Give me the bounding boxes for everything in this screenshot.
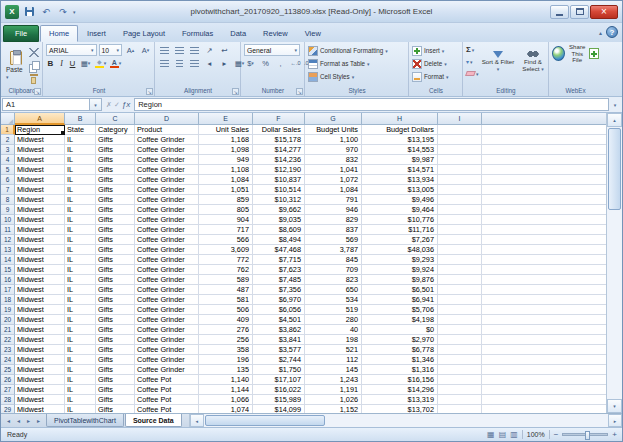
cell[interactable]: $14,099 bbox=[253, 405, 305, 413]
cell[interactable]: 534 bbox=[305, 295, 362, 305]
shrink-font-button[interactable]: A▾ bbox=[139, 44, 152, 56]
font-color-button[interactable]: A▾ bbox=[109, 57, 122, 69]
zoom-level[interactable]: 100% bbox=[527, 431, 545, 438]
cell[interactable]: Gifts bbox=[96, 145, 135, 155]
cell[interactable]: Midwest bbox=[15, 185, 65, 195]
cell[interactable]: Gifts bbox=[96, 345, 135, 355]
file-tab[interactable]: File bbox=[3, 25, 39, 42]
cell[interactable]: Coffee Grinder bbox=[135, 355, 199, 365]
cell[interactable]: 521 bbox=[305, 345, 362, 355]
expand-formula-bar-icon[interactable]: ▾ bbox=[609, 102, 621, 108]
cell-filler[interactable] bbox=[482, 145, 606, 155]
page-break-view-icon[interactable]: ▥ bbox=[510, 431, 518, 439]
cell[interactable] bbox=[438, 405, 482, 413]
cell[interactable] bbox=[438, 125, 482, 135]
row-header[interactable]: 11 bbox=[1, 225, 15, 235]
cell[interactable] bbox=[438, 355, 482, 365]
cell[interactable]: $1,346 bbox=[362, 355, 438, 365]
cell[interactable]: $11,716 bbox=[362, 225, 438, 235]
cell[interactable]: $9,924 bbox=[362, 265, 438, 275]
cell-filler[interactable] bbox=[482, 335, 606, 345]
cell[interactable]: Midwest bbox=[15, 265, 65, 275]
cell[interactable] bbox=[438, 325, 482, 335]
insert-cells-button[interactable]: Insert▾ bbox=[412, 44, 460, 57]
cell[interactable]: Midwest bbox=[15, 245, 65, 255]
cell[interactable] bbox=[438, 195, 482, 205]
cell[interactable]: $47,468 bbox=[253, 245, 305, 255]
cell[interactable] bbox=[438, 145, 482, 155]
cell[interactable]: $17,107 bbox=[253, 375, 305, 385]
cell[interactable]: IL bbox=[65, 165, 96, 175]
normal-view-icon[interactable]: ▦ bbox=[487, 431, 495, 439]
horizontal-scrollbar[interactable]: ◂ ▸ bbox=[189, 414, 622, 427]
cell[interactable]: IL bbox=[65, 145, 96, 155]
cell[interactable]: 859 bbox=[199, 195, 253, 205]
cell[interactable]: $7,485 bbox=[253, 275, 305, 285]
cell[interactable]: Gifts bbox=[96, 365, 135, 375]
cell[interactable]: Midwest bbox=[15, 135, 65, 145]
close-button[interactable]: × bbox=[590, 5, 618, 19]
cell[interactable]: $3,862 bbox=[253, 325, 305, 335]
cell[interactable]: $3,577 bbox=[253, 345, 305, 355]
cell[interactable]: Coffee Grinder bbox=[135, 165, 199, 175]
cell[interactable]: 1,051 bbox=[199, 185, 253, 195]
column-header[interactable]: G bbox=[305, 113, 362, 125]
cell-filler[interactable] bbox=[482, 395, 606, 405]
cell[interactable]: Midwest bbox=[15, 195, 65, 205]
cell[interactable]: Coffee Grinder bbox=[135, 325, 199, 335]
scroll-down-icon[interactable]: ▾ bbox=[607, 399, 622, 413]
cell-filler[interactable] bbox=[482, 275, 606, 285]
cell[interactable]: Gifts bbox=[96, 235, 135, 245]
cell[interactable]: 581 bbox=[199, 295, 253, 305]
tab-view[interactable]: View bbox=[297, 25, 329, 42]
cell[interactable]: $2,744 bbox=[253, 355, 305, 365]
row-header[interactable]: 3 bbox=[1, 145, 15, 155]
cell[interactable]: 519 bbox=[305, 305, 362, 315]
cell[interactable] bbox=[438, 305, 482, 315]
column-header[interactable]: E bbox=[199, 113, 253, 125]
cell[interactable]: Gifts bbox=[96, 315, 135, 325]
cell[interactable]: 589 bbox=[199, 275, 253, 285]
cell[interactable] bbox=[438, 225, 482, 235]
scroll-left-icon[interactable]: ◂ bbox=[190, 414, 204, 427]
cell[interactable]: IL bbox=[65, 205, 96, 215]
row-header[interactable]: 1 bbox=[1, 125, 15, 135]
cell-filler[interactable] bbox=[482, 135, 606, 145]
cell[interactable]: Gifts bbox=[96, 245, 135, 255]
save-button[interactable] bbox=[22, 5, 36, 19]
cell[interactable]: Coffee Grinder bbox=[135, 145, 199, 155]
insert-function-icon[interactable]: ƒx bbox=[122, 100, 130, 109]
minimize-button[interactable] bbox=[550, 5, 569, 19]
select-all-corner[interactable]: ◢ bbox=[1, 113, 15, 125]
cell[interactable] bbox=[438, 265, 482, 275]
tab-review[interactable]: Review bbox=[255, 25, 296, 42]
help-icon[interactable]: ? bbox=[606, 26, 618, 38]
first-sheet-button[interactable]: ◂ bbox=[4, 417, 13, 424]
row-header[interactable]: 26 bbox=[1, 375, 15, 385]
cell[interactable]: 280 bbox=[305, 315, 362, 325]
column-header[interactable]: C bbox=[96, 113, 135, 125]
cell[interactable]: Coffee Grinder bbox=[135, 245, 199, 255]
cell[interactable] bbox=[438, 295, 482, 305]
cell[interactable]: Gifts bbox=[96, 275, 135, 285]
sheet-tab-source-data[interactable]: Source Data bbox=[125, 414, 182, 427]
cell[interactable]: Gifts bbox=[96, 155, 135, 165]
previous-sheet-button[interactable]: ◂ bbox=[14, 417, 23, 424]
cell[interactable]: Midwest bbox=[15, 355, 65, 365]
cell[interactable]: $6,056 bbox=[253, 305, 305, 315]
cell[interactable]: Coffee Grinder bbox=[135, 185, 199, 195]
cell-filler[interactable] bbox=[482, 305, 606, 315]
cell[interactable] bbox=[438, 155, 482, 165]
cell[interactable]: IL bbox=[65, 375, 96, 385]
cell[interactable]: $9,876 bbox=[362, 275, 438, 285]
cell-filler[interactable] bbox=[482, 375, 606, 385]
format-as-table-button[interactable]: Format as Table▾ bbox=[308, 57, 406, 70]
cell[interactable] bbox=[438, 335, 482, 345]
row-header[interactable]: 28 bbox=[1, 395, 15, 405]
cell-filler[interactable] bbox=[482, 125, 606, 135]
cell[interactable]: $10,837 bbox=[253, 175, 305, 185]
cell[interactable]: 791 bbox=[305, 195, 362, 205]
cell[interactable]: $8,494 bbox=[253, 235, 305, 245]
column-header[interactable]: F bbox=[253, 113, 305, 125]
undo-button[interactable]: ↶ bbox=[39, 5, 53, 19]
